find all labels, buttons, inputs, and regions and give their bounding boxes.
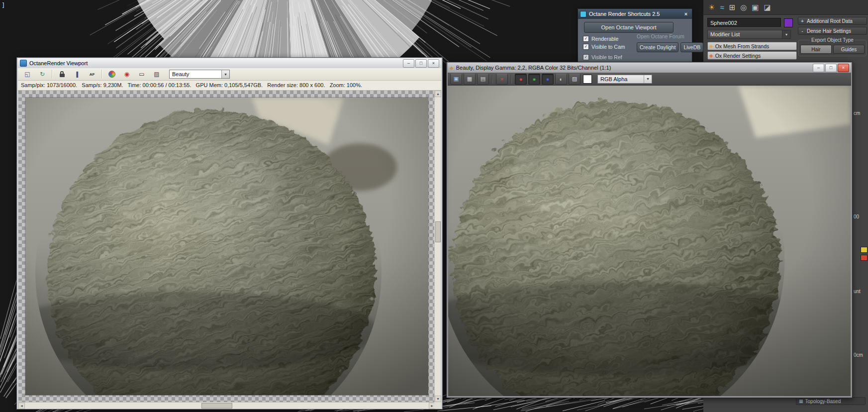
tools-icon[interactable]: ◪ <box>764 3 771 11</box>
rollout-label: Additional Root Data <box>807 18 853 24</box>
shortcuts-right-column: Open Octane Forum Create Daylight LiveDB <box>637 33 688 52</box>
shortcut-checkbox-row[interactable]: ✓Visible to Cam <box>583 43 636 50</box>
print-icon[interactable]: ▤ <box>477 74 489 85</box>
octane-window-icon <box>20 60 27 67</box>
export-buttons: HairGuides <box>800 45 865 54</box>
panel-right-column: +Additional Root Data-Dense Hair Setting… <box>797 15 868 56</box>
rollout-header[interactable]: -Dense Hair Settings <box>798 27 867 35</box>
cropped-label-fragment: unt <box>854 289 861 294</box>
modifier-stack-item[interactable]: ◈Ox Mesh From Strands <box>707 42 797 50</box>
close-button[interactable]: × <box>838 64 849 72</box>
octane-toolbar: ◱ ↻ ∥ AF ◉ ▭ ▨ Beauty ▾ <box>18 68 441 81</box>
monitor-icon[interactable]: ▣ <box>752 3 759 11</box>
clear-icon[interactable]: × <box>496 74 508 85</box>
rendered-image[interactable] <box>448 86 851 396</box>
dialog-title: Octane Render Shortcuts 2.5 <box>589 11 679 17</box>
render-pass-value: Beauty <box>172 71 189 77</box>
topology-based-row[interactable]: ▦ Topology-Based <box>796 397 866 405</box>
open-octane-forum-button[interactable]: Open Octane Forum <box>637 33 688 39</box>
horizontal-scrollbar[interactable]: ◄ ► <box>18 402 435 409</box>
channel-display-value: RGB Alpha <box>600 76 627 82</box>
target-icon[interactable]: ◎ <box>740 3 747 11</box>
octane-render-image <box>25 98 428 395</box>
object-color-swatch[interactable] <box>784 18 793 27</box>
object-name-field[interactable]: Sphere002 <box>707 18 781 27</box>
window-titlebar[interactable]: OctaneRender Viewport – □ × <box>18 58 441 68</box>
maximize-button[interactable]: □ <box>825 64 837 72</box>
cropped-icon-fragment <box>861 247 868 253</box>
checkbox-label: Visible to Ref <box>591 54 622 60</box>
shortcut-checkbox-row[interactable]: ✓Renderable <box>583 35 636 42</box>
channel-red-icon[interactable]: ● <box>515 74 527 85</box>
rollout-header[interactable]: +Additional Root Data <box>798 17 867 25</box>
checkbox[interactable]: ✓ <box>583 36 589 42</box>
sun-icon[interactable]: ☀ <box>708 3 715 11</box>
rollout-list: +Additional Root Data-Dense Hair Setting… <box>797 17 868 35</box>
export-object-type-group: Export Object Type HairGuides <box>798 40 867 56</box>
window-titlebar[interactable]: ◆ Beauty, Display Gamma: 2,2, RGBA Color… <box>448 63 851 73</box>
render-window-icon: ◆ <box>450 65 454 71</box>
color-wheel-icon[interactable] <box>105 69 118 80</box>
channel-display-dropdown[interactable]: RGB Alpha ▾ <box>597 75 652 84</box>
chevron-down-icon: ▾ <box>782 30 790 38</box>
render-pass-dropdown[interactable]: Beauty ▾ <box>169 70 230 79</box>
minimize-button[interactable]: – <box>813 64 824 72</box>
checkbox[interactable]: ✓ <box>583 44 589 50</box>
rendered-frame-window: ◆ Beauty, Display Gamma: 2,2, RGBA Color… <box>446 62 853 398</box>
clone-icon[interactable]: ▦ <box>464 74 476 85</box>
maximize-button[interactable]: □ <box>415 59 427 68</box>
modifier-stack: ◈Ox Mesh From Strands◈Ox Render Settings <box>707 42 797 61</box>
alpha-channel-icon[interactable]: ▨ <box>569 74 580 85</box>
livedb-button[interactable]: LiveDB <box>680 42 703 52</box>
export-viewport-icon[interactable]: ◱ <box>21 69 34 80</box>
cropped-icon-fragment <box>861 255 868 261</box>
monochrome-icon[interactable]: ◐ <box>555 74 567 85</box>
topology-based-label: Topology-Based <box>805 399 841 404</box>
wave-icon[interactable]: ≈ <box>720 3 724 11</box>
modifier-icon: ◈ <box>709 53 713 58</box>
dialog-titlebar[interactable]: Octane Render Shortcuts 2.5 × <box>578 9 692 19</box>
export-type-button-hair[interactable]: Hair <box>800 45 832 54</box>
list-icon: ▦ <box>799 399 803 404</box>
modifier-list-dropdown[interactable]: Modifier List ▾ <box>707 30 791 39</box>
checkbox-label: Renderable <box>591 36 618 42</box>
grid-icon[interactable]: ⊞ <box>729 3 736 11</box>
lock-icon[interactable] <box>56 69 69 80</box>
channel-green-icon[interactable]: ● <box>528 74 540 85</box>
render-stats: Samp/pix: 1073/16000. Samp/s: 9,230M. Ti… <box>18 81 441 91</box>
checkbox[interactable]: ✓ <box>583 54 589 60</box>
render-canvas[interactable] <box>18 91 435 402</box>
export-type-button-guides[interactable]: Guides <box>833 45 865 54</box>
display-icon[interactable]: ▭ <box>135 69 148 80</box>
checkbox-label: Visible to Cam <box>591 44 625 50</box>
pause-icon[interactable]: ∥ <box>71 69 84 80</box>
open-octane-viewport-button[interactable]: Open Octane Viewport <box>584 22 674 33</box>
chevron-down-icon: ▾ <box>644 75 652 83</box>
modifier-icon: ◈ <box>709 43 713 49</box>
octane-viewport-window: OctaneRender Viewport – □ × ◱ ↻ ∥ AF ◉ ▭… <box>16 57 443 410</box>
render-camera-icon[interactable]: ◉ <box>120 69 133 80</box>
shortcut-checkbox-row[interactable]: ✓Visible to Ref <box>583 53 636 61</box>
channel-blue-icon[interactable]: ● <box>542 74 554 85</box>
rollout-state-icon: - <box>800 28 804 34</box>
frame-window-toolbar: ▣ ▦ ▤ × ● ● ● ◐ ▨ RGB Alpha ▾ <box>448 73 851 86</box>
octane-shortcuts-dialog: Octane Render Shortcuts 2.5 × Open Octan… <box>578 8 692 64</box>
region-icon[interactable]: ▨ <box>150 69 163 80</box>
shortcuts-checkbox-list: ✓Renderable✓Visible to Cam✓Visible to Re… <box>583 35 636 61</box>
autofocus-icon[interactable]: AF <box>86 69 98 80</box>
scrollbar-corner <box>434 402 441 409</box>
fur-render <box>448 86 851 396</box>
octane-icon <box>580 11 586 17</box>
create-daylight-button[interactable]: Create Daylight <box>637 42 678 52</box>
close-icon[interactable]: × <box>682 11 690 17</box>
modifier-stack-item[interactable]: ◈Ox Render Settings <box>707 51 797 60</box>
close-button[interactable]: × <box>428 59 439 68</box>
refresh-icon[interactable]: ↻ <box>36 69 49 80</box>
clear-color-swatch[interactable] <box>583 75 592 84</box>
save-image-icon[interactable]: ▣ <box>450 74 462 85</box>
window-title: OctaneRender Viewport <box>29 60 399 66</box>
vertical-scrollbar[interactable]: ▲ ▼ <box>434 91 441 402</box>
modifier-label: Ox Mesh From Strands <box>715 43 770 49</box>
minimize-button[interactable]: – <box>403 59 414 68</box>
panel-toolbar: ☀ ≈ ⊞ ◎ ▣ ◪ <box>703 0 868 15</box>
